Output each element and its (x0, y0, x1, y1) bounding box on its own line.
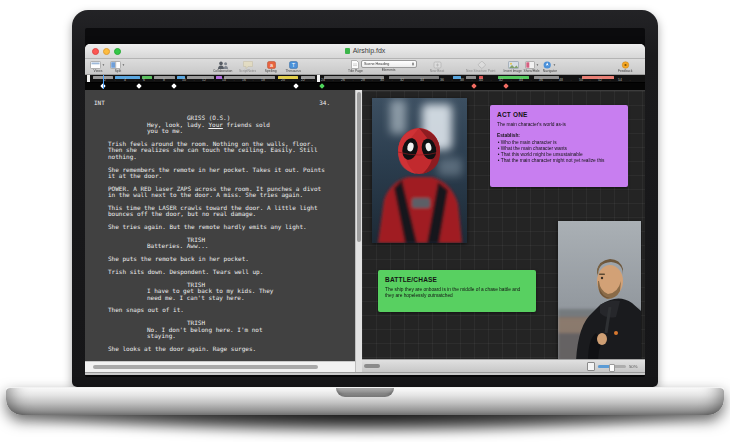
elements-value: Scene Heading (364, 62, 389, 66)
script-action[interactable]: She tries again. But the remote hardly e… (85, 224, 355, 230)
script-dialogue[interactable]: GRISS (O.S.)Hey, look, lady. Your friend… (85, 115, 355, 134)
chevron-down-icon: ▾ (123, 62, 125, 66)
toolbar-split[interactable]: ▾Split (96, 60, 140, 75)
act-break-marker[interactable] (87, 75, 90, 82)
page-tick: 54 (618, 78, 622, 81)
new-beat-icon (433, 60, 442, 69)
script-action[interactable]: Then snaps out of it. (85, 307, 355, 313)
scene-segment[interactable] (224, 76, 276, 79)
script-action[interactable]: Trish sits down. Despondent. Tears well … (85, 269, 355, 275)
beat-image-masked-hero[interactable] (372, 98, 467, 243)
beat-card-act-one[interactable]: ACT ONE The main character's world as-is… (490, 105, 628, 187)
toolbar-label: New Beat (430, 69, 444, 72)
script-horizontal-scrollbar[interactable] (85, 361, 355, 372)
beat-card-battle-chase[interactable]: BATTLE/CHASE The ship they are onboard i… (378, 270, 536, 312)
script-action[interactable]: She puts the remote back in her pocket. (85, 256, 355, 262)
scene-segment[interactable] (324, 76, 384, 79)
page-tick: 2 (104, 78, 106, 81)
beat-marker[interactable] (171, 83, 177, 89)
script-action[interactable]: This time the LASER crawls toward the do… (85, 205, 355, 218)
script-scene[interactable]: INT34. (85, 100, 355, 106)
playhead[interactable] (103, 75, 104, 89)
script-dialogue[interactable]: TRISHI have to get back to my kids. They… (85, 282, 355, 301)
story-map-ruler[interactable]: 2·4·6·8·10·12·14·16·18·20·22·24·26·28·30… (85, 75, 645, 83)
page-tick: 26 (341, 78, 345, 81)
card-body: The main character's world as-is Establi… (497, 122, 621, 164)
scene-segment[interactable] (389, 76, 439, 79)
board-status-bar: 50% (362, 359, 645, 372)
page-tick: 36 (440, 78, 444, 81)
page-tick: 12 (202, 78, 206, 81)
story-map-beats[interactable] (85, 83, 645, 90)
card-subtitle: The main character's world as-is (497, 122, 621, 128)
scene-segment[interactable] (216, 76, 222, 79)
beat-image-man[interactable] (558, 221, 641, 360)
zoom-level: 50% (629, 364, 637, 368)
toolbar-feedback[interactable]: Feedback (603, 60, 645, 75)
toolbar-elements[interactable]: Scene HeadingElements (367, 60, 411, 74)
script-dialogue[interactable]: TRISHBatteries. Aww... (85, 237, 355, 250)
script-action[interactable]: She looks at the door again. Rage surges… (85, 346, 355, 352)
toolbar-label: Elements (382, 68, 396, 71)
card-body: The ship they are onboard is in the midd… (385, 287, 529, 299)
card-title: BATTLE/CHASE (385, 276, 529, 283)
window-footer (85, 372, 645, 375)
scene-segment[interactable] (534, 76, 559, 79)
page-tick: 14 (222, 78, 226, 81)
page-tick: 34 (420, 78, 424, 81)
beat-marker[interactable] (503, 83, 509, 89)
macbook-mockup: Airship.fdx ▾Views▾SplitCollaborationScr… (0, 0, 730, 442)
card-text: The ship they are onboard is in the midd… (385, 287, 529, 299)
elements-dropdown[interactable]: Scene Heading (361, 60, 417, 68)
script-dialogue[interactable]: TRISHNo. I don't belong here. I'm not st… (85, 320, 355, 339)
scene-segment[interactable] (466, 76, 476, 79)
beat-marker[interactable] (136, 83, 142, 89)
page-icon (587, 362, 595, 371)
laptop-base (6, 387, 724, 415)
page-tick: 46 (539, 78, 543, 81)
script-vertical-scrollbar[interactable] (355, 90, 362, 372)
page-tick: 40 (480, 78, 484, 81)
feedback-icon (621, 60, 630, 69)
page-tick: 50 (579, 78, 583, 81)
act-break-marker[interactable] (317, 75, 320, 82)
zoom-slider[interactable] (598, 365, 626, 368)
page-tick: 8 (163, 78, 165, 81)
beat-marker[interactable] (471, 83, 477, 89)
script-action[interactable]: POWER. A RED laser ZAPS across the room.… (85, 186, 355, 199)
beat-board[interactable]: ACT ONE The main character's world as-is… (362, 90, 645, 372)
document-icon (345, 48, 350, 54)
beat-marker[interactable] (319, 83, 325, 89)
scrollbar-thumb[interactable] (93, 365, 318, 369)
scene-segment[interactable] (187, 76, 214, 79)
new-structure-point-icon (477, 60, 486, 69)
scrollbar-thumb[interactable] (357, 92, 361, 242)
toolbar-navigator[interactable]: ▾Navigator (528, 60, 572, 75)
toolbar-thesaurus[interactable]: TThesaurus (271, 60, 315, 75)
toolbar-label: Title Page (348, 69, 363, 72)
app-window: Airship.fdx ▾Views▾SplitCollaborationScr… (85, 44, 645, 375)
toolbar-label: Split (115, 69, 121, 72)
card-bullet-list: Who the main character isWhat the main c… (497, 140, 621, 164)
toolbar-label: Navigator (543, 69, 557, 72)
zoom-control: 50% (587, 362, 641, 371)
page-tick: 32 (400, 78, 404, 81)
zoom-slider-knob[interactable] (609, 364, 615, 372)
page-tick: 6 (143, 78, 145, 81)
page-tick: 28 (361, 78, 365, 81)
screen: Airship.fdx ▾Views▾SplitCollaborationScr… (85, 28, 645, 377)
script-editor[interactable]: INT34.GRISS (O.S.)Hey, look, lady. Your … (85, 90, 355, 362)
toolbar-label: Feedback (618, 69, 632, 72)
page-tick: 38 (460, 78, 464, 81)
titlebar[interactable]: Airship.fdx (85, 44, 645, 59)
script-action[interactable]: She remembers the remote in her pocket. … (85, 167, 355, 180)
toolbar-new-beat[interactable]: New Beat (415, 60, 459, 75)
beat-board-canvas[interactable]: ACT ONE The main character's world as-is… (362, 91, 645, 360)
toolbar: ▾Views▾SplitCollaborationScriptNotesaSpe… (85, 59, 645, 75)
script-action[interactable]: Trish feels around the room. Nothing on … (85, 141, 355, 160)
scene-segment[interactable] (115, 76, 140, 79)
thesaurus-icon: T (289, 60, 298, 69)
beat-marker[interactable] (293, 83, 299, 89)
scene-heading: INT (94, 100, 105, 106)
board-horizontal-scrollbar[interactable] (364, 364, 380, 368)
